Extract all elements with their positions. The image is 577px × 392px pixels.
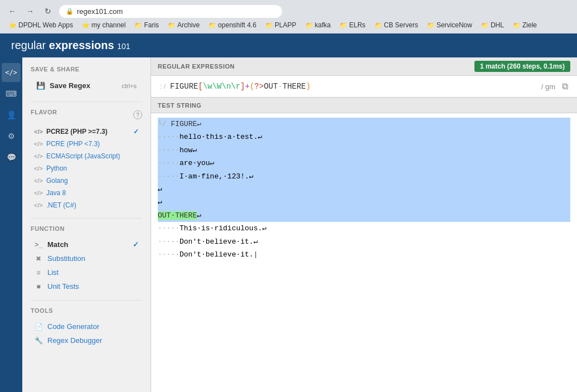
match-highlight-block: └/ FIGURE↵ ·····hello·this·a·test.↵ ····… bbox=[158, 118, 570, 222]
function-list[interactable]: ≡ List bbox=[31, 265, 142, 279]
bookmark-cbservers[interactable]: 📁 CB Servers bbox=[371, 20, 421, 30]
sidebar-icon-user[interactable]: 👤 bbox=[2, 105, 21, 124]
folder-icon: 📁 bbox=[427, 22, 435, 29]
sidebar-icons: </> ⌨ 👤 ⚙ 💬 bbox=[0, 57, 22, 392]
tools-code-gen-label: Code Generator bbox=[47, 322, 99, 331]
bookmark-servicenow[interactable]: 📁 ServiceNow bbox=[424, 20, 476, 30]
flavor-golang-label: Golang bbox=[46, 177, 68, 185]
function-substitution-label: Substitution bbox=[47, 254, 85, 263]
flavor-help-icon[interactable]: ? bbox=[133, 110, 142, 119]
flavor-title: FLAVOR bbox=[31, 109, 57, 115]
regex-input-row: ⋮/ FIGURE[\w\W\n\r]+(?>OUT·THERE) / gm ⧉ bbox=[151, 75, 577, 97]
bookmark-elrs[interactable]: 📁 ELRs bbox=[336, 20, 368, 30]
lock-icon: 🔒 bbox=[66, 8, 74, 15]
bookmark-dhl[interactable]: 📁 DHL bbox=[478, 20, 507, 30]
substitution-icon: ✖ bbox=[34, 255, 43, 263]
regex-pattern[interactable]: FIGURE[\w\W\n\r]+(?>OUT·THERE) bbox=[170, 82, 537, 91]
divider-1 bbox=[31, 101, 142, 102]
unit-tests-icon: ■ bbox=[34, 283, 43, 291]
browser-chrome: ← → ↻ 🔒 regex101.com bbox=[0, 0, 577, 18]
save-icon: 💾 bbox=[36, 81, 45, 90]
bookmark-archive[interactable]: 📁 Archive bbox=[164, 20, 203, 30]
bookmark-icon: ⭐ bbox=[9, 22, 17, 29]
bookmark-mychannel[interactable]: ⭐ my channel bbox=[79, 20, 129, 30]
flavor-python[interactable]: </> Python bbox=[31, 162, 142, 175]
regex-copy-button[interactable]: ⧉ bbox=[560, 80, 570, 93]
flavor-dotnet[interactable]: </> .NET (C#) bbox=[31, 199, 142, 211]
regex-flags[interactable]: / gm bbox=[541, 83, 555, 91]
match-icon: >_ bbox=[34, 241, 43, 249]
reload-button[interactable]: ↻ bbox=[41, 4, 55, 18]
flavor-pcre2[interactable]: </> PCRE2 (PHP >=7.3) ✓ bbox=[31, 125, 142, 138]
user-icon: 👤 bbox=[7, 110, 16, 119]
flavor-golang[interactable]: </> Golang bbox=[31, 175, 142, 187]
test-line: ·····how↵ bbox=[158, 144, 570, 157]
tools-regex-debugger[interactable]: 🔧 Regex Debugger bbox=[31, 333, 142, 347]
flavor-java[interactable]: </> Java 8 bbox=[31, 187, 142, 199]
match-badge: 1 match (260 steps, 0.1ms) bbox=[474, 61, 570, 72]
sidebar-icon-chat[interactable]: 💬 bbox=[2, 148, 21, 167]
save-shortcut: ctrl+s bbox=[122, 83, 137, 89]
test-string-section: TEST STRING └/ FIGURE↵ ·····hello·this·a… bbox=[151, 98, 577, 392]
content-area: REGULAR EXPRESSION 1 match (260 steps, 0… bbox=[151, 57, 577, 392]
bookmark-ziele[interactable]: 📁 Ziele bbox=[510, 20, 540, 30]
test-string-content[interactable]: └/ FIGURE↵ ·····hello·this·a·test.↵ ····… bbox=[151, 113, 577, 392]
flavor-ecmascript-label: ECMAScript (JavaScript) bbox=[46, 152, 120, 160]
forward-button[interactable]: → bbox=[23, 4, 37, 18]
bookmark-kafka[interactable]: 📁 kafka bbox=[302, 20, 334, 30]
bookmark-dpdhl[interactable]: ⭐ DPDHL Web Apps bbox=[6, 20, 76, 30]
flavor-code-tag: </> bbox=[34, 141, 43, 147]
folder-icon: 📁 bbox=[209, 22, 216, 29]
app-logo: regular expressions 101 bbox=[11, 39, 130, 52]
logo-regular: regular bbox=[11, 39, 46, 51]
bookmark-faris[interactable]: 📁 Faris bbox=[131, 20, 162, 30]
test-line-submatch: OUT·THERE↵ bbox=[158, 209, 570, 222]
folder-icon: 📁 bbox=[340, 22, 347, 29]
tools-code-generator[interactable]: 📄 Code Generator bbox=[31, 320, 142, 333]
folder-icon: 📁 bbox=[375, 22, 382, 29]
folder-icon: 📁 bbox=[168, 22, 176, 29]
folder-icon: 📁 bbox=[265, 22, 273, 29]
save-regex-button[interactable]: 💾 Save Regex ctrl+s bbox=[31, 78, 142, 93]
flavor-check-icon: ✓ bbox=[133, 128, 139, 135]
sidebar-icon-settings[interactable]: ⚙ bbox=[2, 127, 21, 146]
folder-icon: 📁 bbox=[134, 22, 142, 29]
flavor-pcre[interactable]: </> PCRE (PHP <7.3) bbox=[31, 138, 142, 150]
list-icon: ≡ bbox=[34, 269, 43, 277]
divider-3 bbox=[31, 300, 142, 301]
folder-icon: 📁 bbox=[513, 22, 521, 29]
function-check-icon: ✓ bbox=[133, 240, 139, 249]
function-list-label: List bbox=[47, 268, 59, 277]
test-line: └/ FIGURE↵ bbox=[158, 118, 570, 130]
flavor-java-label: Java 8 bbox=[46, 189, 66, 197]
flavor-pcre-label: PCRE (PHP <7.3) bbox=[46, 140, 100, 148]
code-generator-icon: 📄 bbox=[34, 323, 43, 331]
test-string-label: TEST STRING bbox=[158, 102, 201, 109]
sidebar-content: SAVE & SHARE 💾 Save Regex ctrl+s FLAVOR … bbox=[22, 57, 151, 392]
test-line: ·····Don't·believe·it.↵ bbox=[158, 235, 570, 248]
function-unit-tests[interactable]: ■ Unit Tests bbox=[31, 279, 142, 293]
divider-2 bbox=[31, 218, 142, 219]
bookmark-openshift[interactable]: 📁 openshift 4.6 bbox=[205, 20, 260, 30]
function-unit-tests-label: Unit Tests bbox=[47, 282, 79, 291]
test-line: ·····This·is·ridiculous.↵ bbox=[158, 222, 570, 235]
test-line-cursor: ·····Don't·believe·it. bbox=[158, 248, 570, 261]
bookmark-plapp[interactable]: 📁 PLAPP bbox=[262, 20, 300, 30]
regex-number-icon: ⋮/ bbox=[158, 83, 166, 90]
flavor-code-tag: </> bbox=[34, 177, 43, 184]
function-match[interactable]: >_ Match ✓ bbox=[31, 238, 142, 251]
back-button[interactable]: ← bbox=[6, 4, 19, 18]
main-layout: </> ⌨ 👤 ⚙ 💬 SAVE & SHARE 💾 Save Regex ct… bbox=[0, 57, 577, 392]
tools-debugger-label: Regex Debugger bbox=[47, 336, 102, 345]
function-substitution[interactable]: ✖ Substitution bbox=[31, 251, 142, 265]
sidebar-icon-code[interactable]: </> bbox=[2, 63, 21, 82]
sidebar-icon-chart[interactable]: ⌨ bbox=[2, 84, 21, 103]
test-line: ·····I·am·fine,·123!.↵ bbox=[158, 170, 570, 183]
address-bar[interactable]: 🔒 regex101.com bbox=[59, 5, 282, 18]
flavor-pcre2-label: PCRE2 (PHP >=7.3) bbox=[46, 128, 108, 135]
function-match-label: Match bbox=[47, 240, 69, 249]
flavor-ecmascript[interactable]: </> ECMAScript (JavaScript) bbox=[31, 150, 142, 162]
test-line: ·····hello·this·a·test.↵ bbox=[158, 130, 570, 143]
function-title: FUNCTION bbox=[31, 225, 142, 232]
test-string-label-bar: TEST STRING bbox=[151, 98, 577, 113]
